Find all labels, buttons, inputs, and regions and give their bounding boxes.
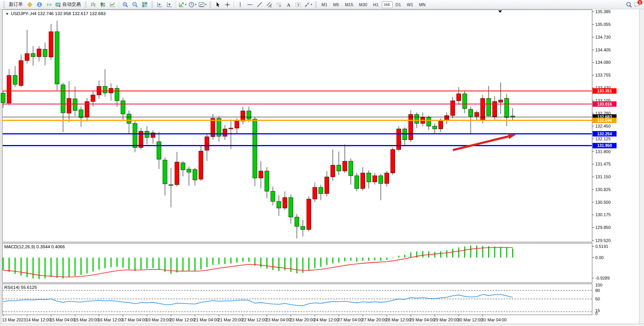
indicator-window-button[interactable] [155, 1, 164, 9]
right-margin [639, 9, 644, 326]
price-level-tag-label: 133.016 [597, 102, 612, 106]
timeframe-M15-button[interactable]: M15 [342, 1, 356, 8]
candle [25, 53, 29, 60]
arrow-tools-button[interactable]: ▾ [303, 1, 313, 9]
toolbar-grip [209, 2, 211, 8]
equidistant-channel-button[interactable]: E [265, 1, 274, 9]
bottom-margin [0, 324, 644, 326]
timeframe-D1-button[interactable]: D1 [393, 1, 404, 8]
rsi-scale-label: 100 [595, 283, 602, 287]
time-tick-label: 20 Mar 12:00 [170, 317, 195, 322]
rsi-scale-label: 80 [595, 288, 600, 293]
autotrade-icon [55, 2, 61, 8]
community-icon [36, 2, 43, 8]
candle [235, 121, 239, 128]
timeframe-H1-button[interactable]: H1 [370, 1, 381, 8]
price-tick-label: 129.850 [595, 225, 611, 230]
time-tick-label: 21 Mar 20:00 [218, 317, 243, 322]
timeframe-M30-button[interactable]: M30 [356, 1, 370, 8]
price-tick-label: 134.080 [595, 60, 611, 65]
time-tick-label: 27 Mar 04:00 [338, 317, 363, 322]
candle [43, 49, 47, 56]
vertical-line-button[interactable] [236, 1, 245, 9]
chart-template-button[interactable]: ▾ [198, 1, 207, 9]
tile-windows-button[interactable] [140, 1, 149, 9]
candle [259, 171, 263, 178]
price-tick-label: 134.405 [595, 48, 611, 52]
time-tick-label: 23 Mar 20:00 [290, 317, 315, 322]
cursor-button[interactable] [213, 1, 222, 9]
candle [229, 128, 233, 129]
timeframe-M1-button[interactable]: M1 [319, 1, 330, 8]
candle [295, 217, 299, 226]
timeframe-H4-button[interactable]: H4 [382, 1, 393, 8]
bar-chart-button[interactable] [89, 1, 98, 9]
price-tick-label: 131.150 [595, 174, 611, 179]
community-button[interactable] [35, 1, 44, 9]
crosshair-button[interactable] [223, 1, 232, 9]
macd-scale-label: 0.5191 [595, 244, 608, 249]
arrow-tools-icon [304, 2, 310, 8]
candle [463, 94, 467, 108]
macd-scale-label: -0.9289 [595, 276, 610, 280]
candle [193, 169, 197, 180]
search-button[interactable] [624, 1, 634, 9]
equidistant-channel-icon: E [266, 2, 272, 8]
line-chart-button[interactable] [108, 1, 117, 9]
chart-collapse-icon[interactable]: ▼ [5, 12, 9, 16]
horizontal-line-button[interactable] [245, 1, 255, 9]
new-order-button[interactable]: 新订单 [7, 1, 25, 9]
chevron-down-icon: ▾ [185, 3, 186, 6]
chevron-down-icon: ▾ [205, 3, 207, 6]
zoom-in-button[interactable] [121, 1, 130, 9]
candle [61, 85, 65, 113]
price-tick-label: 130.175 [595, 212, 611, 217]
signals-button[interactable] [44, 1, 54, 9]
indicator-window-icon [157, 2, 163, 8]
candle [325, 177, 329, 193]
price-tick-label: 133.755 [595, 73, 611, 77]
candle [67, 99, 71, 113]
text-button[interactable]: A [284, 1, 293, 9]
time-tick-label: 24 Mar 12:00 [314, 317, 339, 322]
candle [277, 201, 281, 208]
price-tick-label: 129.520 [595, 238, 611, 243]
chart-window: ▼USDJPY-,H4 132.746 132.958 132.617 132.… [0, 9, 644, 326]
toolbar: 新订单自动交易▾▾▾EFAT▾M1M5M15M30H1H4D1W1MN1 [0, 0, 644, 9]
candle [115, 88, 119, 101]
candle [79, 110, 83, 118]
trend-line-button[interactable] [255, 1, 264, 9]
indicator-window-remove-icon [166, 2, 173, 8]
timeframe-M5-button[interactable]: M5 [330, 1, 342, 8]
timeframe-W1-button[interactable]: W1 [404, 1, 416, 8]
zoom-out-button[interactable] [130, 1, 140, 9]
candle [283, 198, 287, 208]
time-tick-label: 29 Mar 04:00 [410, 317, 435, 322]
auto-trading-button[interactable]: 自动交易 [54, 1, 83, 9]
svg-text:E: E [270, 5, 272, 8]
add-indicator-button[interactable]: ▾ [178, 1, 187, 9]
timeframe-MN-button[interactable]: MN [416, 1, 428, 8]
time-tick-label: 15 Mar 20:00 [74, 317, 99, 322]
indicator-window-remove-button[interactable] [165, 1, 174, 9]
candle [187, 169, 191, 172]
zoom-out-icon [132, 2, 138, 8]
candle [361, 173, 365, 188]
text-label-button[interactable]: T [294, 1, 303, 9]
candle-chart-button[interactable] [98, 1, 108, 9]
time-tick-label: 31 Mar 04:00 [482, 317, 507, 322]
fibonacci-button[interactable]: F [274, 1, 284, 9]
market-button[interactable] [25, 1, 34, 9]
chart-background [0, 9, 644, 326]
candle [37, 49, 41, 56]
candle [385, 173, 389, 183]
chat-button[interactable]: 1 [634, 2, 640, 8]
price-level-tag-label: 133.351 [597, 89, 612, 93]
candle [367, 173, 371, 182]
candle [373, 176, 377, 182]
candle [265, 171, 269, 191]
price-tick-label: 130.825 [595, 187, 611, 192]
candle [313, 188, 317, 199]
price-level-tag-label: 132.254 [597, 131, 612, 136]
period-clock-button[interactable]: ▾ [188, 1, 197, 9]
